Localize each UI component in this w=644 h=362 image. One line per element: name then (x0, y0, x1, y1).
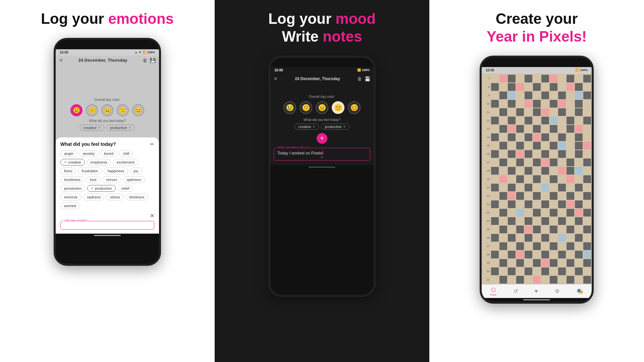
close-sheet-btn[interactable]: ✕ (60, 213, 154, 219)
nav-heart[interactable]: ♥ (535, 288, 538, 294)
chip-emptiness[interactable]: emptiness (87, 159, 111, 166)
panel-1-headline: Log your emotions (41, 10, 174, 28)
tag-productive[interactable]: productive ✕ (106, 125, 135, 131)
panel-2-headline: Log your mood Write notes (268, 10, 376, 46)
panel-3-headline: Create your Year in Pixels! (487, 10, 587, 46)
chip-happiness[interactable]: happiness (104, 168, 128, 174)
screen-1: ✕ 24 December, Thursday 🗑 💾 Overall day … (56, 56, 159, 234)
trash-icon-1: 🗑 (143, 58, 147, 63)
chip-remorse[interactable]: remorse (60, 194, 81, 200)
chip-loneliness[interactable]: loneliness (60, 176, 84, 183)
chip-joy[interactable]: joy (130, 168, 142, 174)
chip-anger[interactable]: anger (60, 150, 77, 157)
phone-3: 10:00 📶 100% 7 (480, 56, 594, 304)
notes-underline (321, 157, 323, 158)
phone-home-bar-1 (94, 235, 121, 236)
nav-pixels[interactable]: ⬡ Pixels (490, 287, 496, 296)
chip-sadness[interactable]: sadness (83, 194, 104, 200)
panel-emotions: Log your emotions 10:00 ▲ ▼ 📶 100% ✕ 24 … (0, 0, 215, 362)
status-icons-1: ▲ ▼ 📶 100% (135, 51, 155, 54)
pixel-grid: 7 8 (482, 75, 591, 284)
phone-notch-1 (56, 40, 159, 49)
notes-field[interactable]: Write something about it Today I worked … (274, 148, 370, 161)
mood-label-1: Overall day color: (59, 98, 156, 102)
chip-relief[interactable]: relief (118, 185, 133, 192)
status-bar-3: 10:00 📶 100% (482, 67, 592, 73)
chip-chill[interactable]: chill (119, 150, 133, 157)
mood-icon-4[interactable]: 😊 (132, 104, 144, 116)
panel-pixels: Create your Year in Pixels! 10:00 📶 100%… (429, 0, 644, 362)
status-bar-1: 10:00 ▲ ▼ 📶 100% (56, 49, 159, 56)
status-time-1: 10:00 (60, 51, 68, 54)
mood-dark-2[interactable]: 😐 (316, 101, 328, 114)
feel-label-2: What did you feel today? (274, 118, 370, 122)
emotion-grid: anger anxiety bored chill ✓creative empt… (60, 150, 154, 209)
tag-creative[interactable]: creative ✕ (80, 125, 104, 131)
bottom-nav: ⬡ Pixels ↺ ♥ ⚙ 🎭 (482, 284, 592, 298)
nav-profile[interactable]: 🎭 (577, 288, 583, 294)
chip-excitement[interactable]: excitement (113, 159, 138, 166)
mood-dark-4[interactable]: 😊 (348, 101, 361, 114)
screen-header-1: ✕ 24 December, Thursday 🗑 💾 (59, 58, 156, 63)
sheet-header: What did you feel today? ✏ (60, 141, 154, 147)
tag-dark-creative[interactable]: creative ✕ (294, 124, 319, 130)
chip-bored[interactable]: bored (100, 150, 117, 157)
status-time-3: 10:00 (486, 68, 494, 72)
add-emotion-label: Add new emotion (63, 219, 88, 222)
chip-fomo[interactable]: fomo (60, 168, 76, 174)
emotion-tags-dark: creative ✕ productive ✕ (274, 124, 370, 130)
selected-tags-1: creative ✕ productive ✕ (59, 125, 156, 131)
chip-frustration[interactable]: frustration (78, 168, 102, 174)
chip-pessimism[interactable]: pessimism (60, 185, 85, 192)
phone-notch-2 (270, 58, 374, 67)
chip-creative[interactable]: ✓creative (60, 159, 85, 166)
headline-plain: Log your (41, 10, 108, 27)
chip-tiredness[interactable]: tiredness (126, 194, 148, 200)
chip-optimism[interactable]: optimism (123, 176, 145, 183)
headline-p2-l1-plain: Log your (268, 10, 335, 27)
chip-love[interactable]: love (86, 176, 100, 183)
add-emotion-field[interactable]: Add new emotion (60, 221, 154, 230)
trash-icon-2: 🗑 (357, 76, 362, 81)
nav-refresh[interactable]: ↺ (514, 288, 518, 294)
mood-dark-0[interactable]: 😢 (283, 101, 296, 114)
chip-productive[interactable]: ✓productive (87, 185, 116, 192)
status-icons-3: 📶 100% (575, 68, 588, 72)
status-time-2: 10:00 (274, 68, 283, 72)
tag-dark-productive[interactable]: productive ✕ (321, 124, 350, 130)
sheet-title: What did you feel today? (60, 141, 116, 147)
text-cursor (323, 151, 323, 155)
mood-icon-3[interactable]: 🙂 (117, 104, 129, 116)
phone-home-bar-2 (309, 167, 335, 168)
phone-home-bar-3 (523, 299, 550, 300)
headline-p2-l2-hl: notes (323, 28, 362, 45)
chip-worried[interactable]: worried (60, 202, 80, 209)
status-bar-2: 10:00 📶 100% (270, 67, 374, 73)
bottom-sheet-1: What did you feel today? ✏ anger anxiety… (56, 137, 159, 234)
headline-p2-l1-hl: mood (335, 10, 376, 27)
panel-mood: Log your mood Write notes 10:00 📶 100% ✕… (215, 0, 429, 362)
nav-settings[interactable]: ⚙ (555, 288, 559, 294)
mood-label-2: Overall day color: (274, 95, 370, 99)
add-emotion-btn[interactable]: + (317, 133, 327, 144)
chip-nerves[interactable]: nerves (102, 176, 121, 183)
mood-dark-3[interactable]: 🙂 (332, 101, 344, 114)
feel-label-1: What did you feel today? (59, 119, 156, 123)
phone-2: 10:00 📶 100% ✕ 24 December, Thursday 🗑 💾… (268, 56, 376, 297)
headline-p3-l1: Create your (496, 10, 578, 27)
mood-icon-0[interactable]: 😢 (70, 104, 83, 116)
chip-anxiety[interactable]: anxiety (79, 150, 98, 157)
chip-stress[interactable]: stress (106, 194, 123, 200)
edit-icon[interactable]: ✏ (150, 141, 154, 147)
save-icon-2: 💾 (365, 76, 370, 81)
header-date-1: 24 December, Thursday (78, 58, 127, 63)
notes-field-label: Write something about it (277, 146, 311, 149)
mood-icon-1[interactable]: 😕 (86, 104, 98, 116)
mood-icons-2: 😢 😕 😐 🙂 😊 (274, 101, 370, 114)
headline-p2-l2-plain: Write (282, 28, 323, 45)
headline-highlight: emotions (108, 10, 174, 27)
mood-area-1: Overall day color: 😢 😕 😐 🙂 😊 What did yo… (56, 68, 159, 137)
mood-icon-2[interactable]: 😐 (101, 104, 113, 116)
mood-dark-1[interactable]: 😕 (300, 101, 312, 114)
headline-p3-l2: Year in Pixels! (487, 28, 587, 45)
